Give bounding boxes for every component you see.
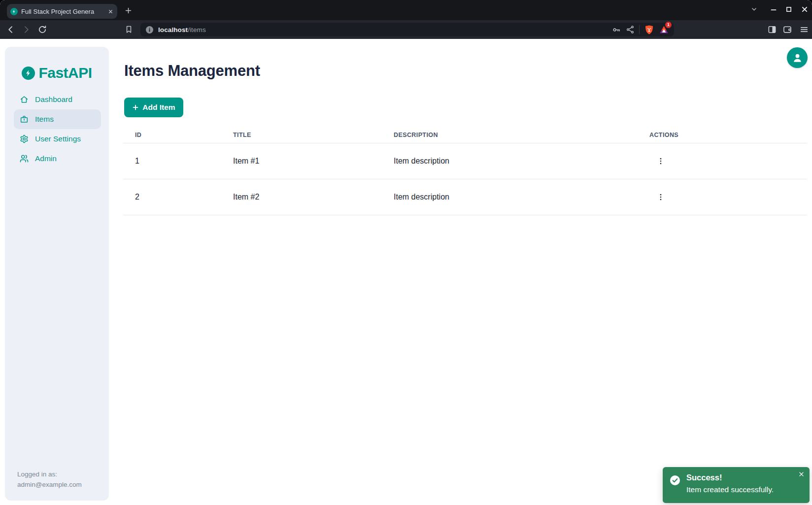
browser-toolbar: localhost/items 1 [0, 20, 812, 39]
sidebar-nav: Dashboard Items User Settings [5, 90, 109, 168]
divider [639, 25, 640, 34]
rewards-badge: 1 [665, 22, 672, 28]
share-icon[interactable] [626, 25, 635, 34]
column-header-title: TITLE [221, 132, 382, 138]
logged-in-label: Logged in as: [17, 469, 82, 479]
tab-title: Full Stack Project Genera [21, 8, 108, 15]
tab-search-chevron-icon[interactable] [750, 5, 758, 13]
url-host: localhost [158, 26, 188, 34]
sidebar-item-dashboard[interactable]: Dashboard [14, 90, 101, 109]
fastapi-logo: FastAPI [5, 65, 109, 81]
window-maximize-button[interactable] [784, 5, 793, 14]
toast-close-icon[interactable] [798, 471, 805, 477]
table-row: 2 Item #2 Item description [123, 179, 807, 215]
menu-hamburger-icon[interactable] [799, 25, 809, 34]
logged-in-email: admin@example.com [17, 479, 82, 490]
site-info-icon[interactable] [146, 26, 153, 34]
table-header-row: ID TITLE DESCRIPTION ACTIONS [123, 127, 807, 143]
password-key-icon[interactable] [612, 25, 621, 34]
user-avatar-button[interactable] [787, 47, 808, 68]
gear-icon [20, 135, 29, 143]
logged-in-info: Logged in as: admin@example.com [17, 469, 82, 490]
table-row: 1 Item #1 Item description [123, 143, 807, 179]
wallet-icon[interactable] [782, 25, 792, 34]
back-icon[interactable] [6, 25, 16, 34]
fastapi-favicon-icon [10, 8, 18, 15]
forward-icon[interactable] [21, 25, 31, 34]
sidebar-item-label: User Settings [35, 135, 81, 143]
app-page: FastAPI Dashboard Items [0, 39, 812, 505]
briefcase-icon [20, 115, 29, 124]
row-actions-kebab-icon[interactable] [655, 154, 667, 168]
users-icon [20, 154, 29, 163]
cell-id: 1 [123, 157, 221, 166]
toast-title: Success! [686, 473, 722, 482]
cell-id: 2 [123, 193, 221, 202]
column-header-description: DESCRIPTION [382, 132, 638, 138]
window-close-button[interactable] [800, 5, 809, 14]
success-toast: Success! Item created successfully. [663, 467, 810, 503]
toast-message: Item created successfully. [686, 485, 774, 494]
browser-tab[interactable]: Full Stack Project Genera [7, 4, 117, 19]
tab-close-icon[interactable] [108, 9, 113, 14]
add-item-label: Add Item [142, 103, 175, 112]
cell-description: Item description [382, 157, 638, 166]
cell-title: Item #1 [221, 157, 382, 166]
home-icon [20, 95, 29, 104]
sidebar-item-label: Items [35, 115, 54, 124]
sidebar-item-label: Dashboard [35, 95, 72, 104]
user-avatar-icon [792, 52, 803, 64]
add-item-button[interactable]: Add Item [124, 98, 183, 117]
cell-description: Item description [382, 193, 638, 202]
sidebar-item-admin[interactable]: Admin [14, 149, 101, 168]
sidebar: FastAPI Dashboard Items [5, 47, 109, 501]
brave-rewards-icon[interactable]: 1 [659, 25, 669, 35]
check-circle-icon [670, 475, 680, 485]
items-table: ID TITLE DESCRIPTION ACTIONS 1 Item #1 I… [123, 127, 807, 215]
browser-window: Full Stack Project Genera [0, 0, 812, 505]
brave-shield-icon[interactable] [644, 25, 654, 35]
tab-bar: Full Stack Project Genera [0, 0, 812, 20]
sidebar-panel-icon[interactable] [767, 25, 777, 34]
column-header-id: ID [123, 132, 221, 138]
sidebar-item-items[interactable]: Items [14, 109, 101, 129]
window-minimize-button[interactable] [769, 5, 778, 14]
fastapi-bolt-icon [22, 67, 35, 80]
logo-text: FastAPI [38, 65, 92, 81]
reload-icon[interactable] [37, 25, 47, 34]
bookmark-icon[interactable] [124, 25, 134, 34]
new-tab-button[interactable] [124, 6, 133, 15]
cell-title: Item #2 [221, 193, 382, 202]
row-actions-kebab-icon[interactable] [655, 190, 667, 204]
sidebar-item-label: Admin [35, 154, 57, 163]
url-text: localhost/items [158, 26, 206, 34]
sidebar-item-user-settings[interactable]: User Settings [14, 129, 101, 149]
address-bar[interactable]: localhost/items 1 [140, 23, 674, 36]
column-header-actions: ACTIONS [638, 132, 807, 138]
page-title: Items Management [124, 62, 260, 80]
url-path: /items [188, 26, 206, 34]
plus-icon [132, 104, 139, 111]
